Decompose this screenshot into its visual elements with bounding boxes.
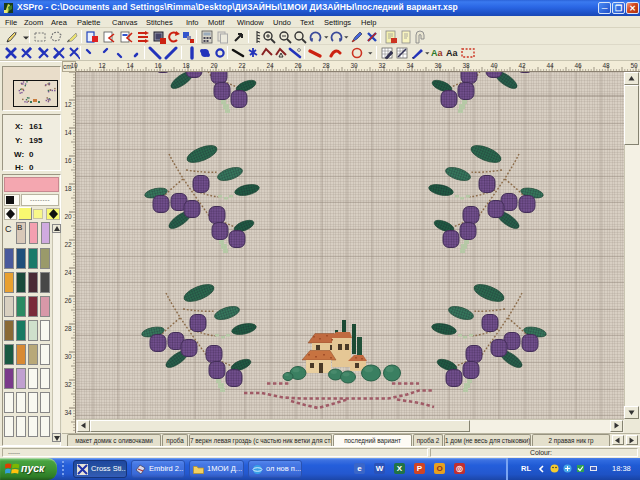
- svg-text:20: 20: [64, 213, 72, 220]
- svg-text:50: 50: [630, 62, 638, 69]
- svg-text:34: 34: [406, 62, 414, 69]
- svg-text:36: 36: [434, 62, 442, 69]
- svg-text:16: 16: [64, 157, 72, 164]
- svg-text:32: 32: [378, 62, 386, 69]
- svg-text:42: 42: [518, 62, 526, 69]
- svg-text:22: 22: [238, 62, 246, 69]
- svg-text:32: 32: [64, 381, 72, 388]
- svg-text:10: 10: [70, 62, 78, 69]
- svg-text:12: 12: [64, 101, 72, 108]
- svg-text:28: 28: [64, 325, 72, 332]
- svg-text:38: 38: [462, 62, 470, 69]
- svg-text:18: 18: [64, 185, 72, 192]
- svg-text:48: 48: [602, 62, 610, 69]
- svg-text:14: 14: [64, 129, 72, 136]
- svg-text:22: 22: [64, 241, 72, 248]
- svg-text:28: 28: [322, 62, 330, 69]
- svg-text:26: 26: [294, 62, 302, 69]
- svg-text:30: 30: [350, 62, 358, 69]
- svg-text:44: 44: [546, 62, 554, 69]
- svg-text:46: 46: [574, 62, 582, 69]
- svg-text:20: 20: [210, 62, 218, 69]
- svg-text:30: 30: [64, 353, 72, 360]
- svg-text:18: 18: [182, 62, 190, 69]
- svg-text:12: 12: [98, 62, 106, 69]
- svg-text:16: 16: [154, 62, 162, 69]
- svg-text:14: 14: [126, 62, 134, 69]
- svg-text:34: 34: [64, 409, 72, 416]
- svg-text:26: 26: [64, 297, 72, 304]
- svg-text:24: 24: [266, 62, 274, 69]
- svg-text:24: 24: [64, 269, 72, 276]
- svg-text:40: 40: [490, 62, 498, 69]
